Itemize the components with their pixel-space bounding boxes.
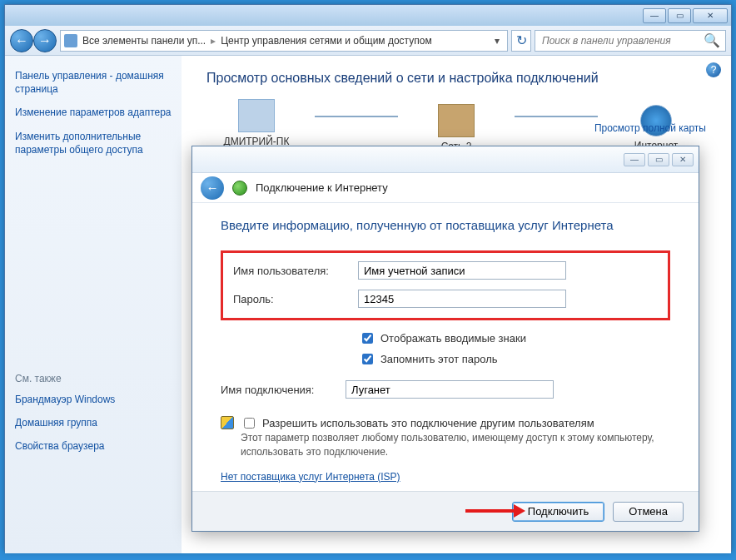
dialog-minimize-button[interactable]: — — [624, 153, 645, 166]
chevron-right-icon: ▸ — [211, 35, 216, 47]
dialog-heading: Введите информацию, полученную от постав… — [221, 218, 670, 232]
nav-back-button[interactable]: ← — [10, 29, 33, 52]
remember-password-label: Запомнить этот пароль — [380, 353, 498, 365]
breadcrumb-dropdown[interactable]: ▾ — [490, 35, 504, 47]
show-characters-label: Отображать вводимые знаки — [380, 332, 526, 344]
globe-icon — [232, 181, 247, 196]
breadcrumb-bar[interactable]: Все элементы панели уп... ▸ Центр управл… — [60, 30, 508, 52]
connection-line — [515, 116, 598, 117]
cancel-button[interactable]: Отмена — [613, 502, 684, 522]
breadcrumb-item[interactable]: Все элементы панели уп... — [82, 35, 206, 47]
breadcrumb-item[interactable]: Центр управления сетями и общим доступом — [221, 35, 432, 47]
dialog-body: Введите информацию, полученную от постав… — [192, 203, 699, 483]
maximize-button[interactable]: ▭ — [668, 8, 691, 23]
shield-icon — [221, 416, 234, 429]
help-button[interactable]: ? — [706, 62, 721, 77]
remember-password-checkbox[interactable] — [362, 354, 373, 364]
highlight-box: Имя пользователя: Пароль: — [221, 250, 670, 320]
password-input[interactable] — [358, 290, 566, 308]
connection-line — [315, 116, 398, 117]
sidebar-home-link[interactable]: Панель управления - домашняя страница — [15, 69, 172, 96]
computer-icon — [238, 99, 275, 132]
full-map-link[interactable]: Просмотр полной карты — [594, 122, 706, 134]
dialog-header: ← Подключение к Интернету — [192, 173, 699, 203]
network-icon — [64, 34, 77, 47]
network-icon — [438, 104, 475, 137]
close-button[interactable]: ✕ — [693, 8, 728, 23]
address-bar-strip: ← → Все элементы панели уп... ▸ Центр уп… — [5, 26, 731, 56]
dialog-close-button[interactable]: ✕ — [672, 153, 694, 166]
search-icon[interactable]: 🔍 — [704, 32, 720, 48]
allow-others-label: Разрешить использовать это подключение д… — [262, 417, 594, 429]
page-title: Просмотр основных сведений о сети и наст… — [206, 71, 706, 86]
arrow-annotation — [465, 509, 515, 513]
dialog-title: Подключение к Интернету — [256, 181, 388, 194]
allow-others-hint: Этот параметр позволяет любому пользоват… — [241, 431, 670, 459]
search-input[interactable] — [540, 34, 704, 47]
dialog-footer: Подключить Отмена — [192, 491, 699, 531]
sidebar-adapter-link[interactable]: Изменение параметров адаптера — [15, 106, 172, 119]
password-label: Пароль: — [233, 293, 358, 305]
connect-button[interactable]: Подключить — [512, 502, 605, 522]
sidebar: Панель управления - домашняя страница Из… — [5, 56, 182, 553]
show-characters-checkbox[interactable] — [362, 333, 373, 344]
connection-name-label: Имя подключения: — [221, 384, 346, 396]
minimize-button[interactable]: — — [643, 8, 666, 23]
dialog-titlebar: — ▭ ✕ — [192, 146, 699, 173]
connect-dialog: — ▭ ✕ ← Подключение к Интернету Введите … — [191, 146, 699, 532]
username-input[interactable] — [358, 261, 566, 280]
see-also-heading: См. также — [15, 373, 172, 384]
search-box: 🔍 — [535, 30, 726, 52]
no-isp-link[interactable]: Нет поставщика услуг Интернета (ISP) — [221, 471, 670, 483]
allow-others-checkbox[interactable] — [244, 418, 255, 429]
sidebar-homegroup-link[interactable]: Домашняя группа — [15, 416, 172, 429]
dialog-back-button[interactable]: ← — [201, 176, 224, 200]
sidebar-browser-link[interactable]: Свойства браузера — [15, 439, 172, 453]
username-label: Имя пользователя: — [233, 265, 358, 277]
nav-forward-button[interactable]: → — [33, 29, 57, 52]
dialog-maximize-button[interactable]: ▭ — [648, 153, 669, 166]
window-titlebar: — ▭ ✕ — [5, 5, 731, 26]
sidebar-sharing-link[interactable]: Изменить дополнительные параметры общего… — [15, 130, 172, 156]
sidebar-firewall-link[interactable]: Брандмауэр Windows — [15, 393, 172, 406]
refresh-button[interactable]: ↻ — [511, 30, 531, 52]
connection-name-input[interactable] — [346, 380, 554, 399]
